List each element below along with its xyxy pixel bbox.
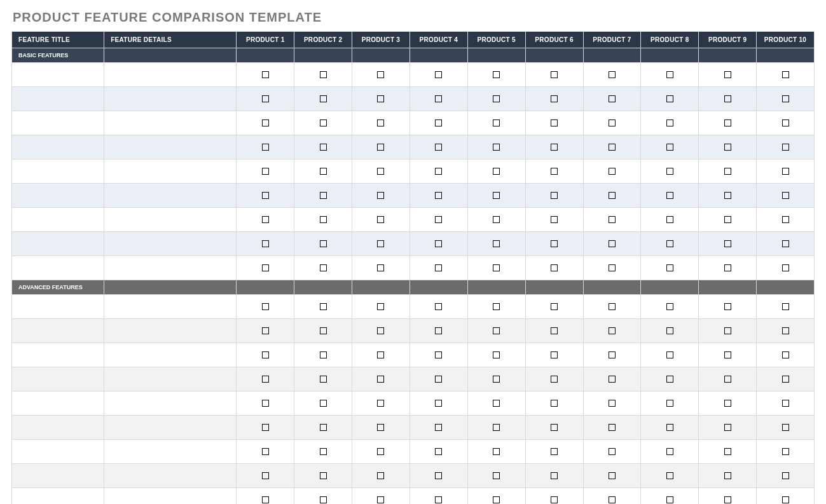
- checkbox-icon[interactable]: [320, 424, 327, 431]
- checkbox-icon[interactable]: [551, 303, 558, 310]
- checkbox-icon[interactable]: [377, 351, 384, 358]
- checkbox-icon[interactable]: [609, 327, 616, 334]
- checkbox-icon[interactable]: [377, 216, 384, 223]
- checkbox-icon[interactable]: [724, 351, 731, 358]
- checkbox-icon[interactable]: [493, 448, 500, 455]
- cell-product-5[interactable]: [467, 63, 525, 87]
- checkbox-icon[interactable]: [320, 168, 327, 175]
- cell-product-3[interactable]: [352, 319, 410, 343]
- checkbox-icon[interactable]: [666, 264, 673, 271]
- checkbox-icon[interactable]: [435, 168, 442, 175]
- checkbox-icon[interactable]: [377, 376, 384, 383]
- cell-product-5[interactable]: [467, 256, 525, 280]
- checkbox-icon[interactable]: [609, 472, 616, 479]
- cell-product-8[interactable]: [641, 440, 699, 464]
- cell-product-2[interactable]: [294, 464, 352, 488]
- checkbox-icon[interactable]: [609, 168, 616, 175]
- checkbox-icon[interactable]: [435, 240, 442, 247]
- cell-product-2[interactable]: [294, 160, 352, 184]
- checkbox-icon[interactable]: [782, 264, 789, 271]
- checkbox-icon[interactable]: [262, 144, 269, 151]
- checkbox-icon[interactable]: [320, 448, 327, 455]
- cell-feature-title[interactable]: [12, 111, 104, 135]
- checkbox-icon[interactable]: [609, 144, 616, 151]
- checkbox-icon[interactable]: [262, 216, 269, 223]
- cell-product-2[interactable]: [294, 135, 352, 160]
- cell-product-3[interactable]: [352, 135, 410, 160]
- cell-product-8[interactable]: [641, 392, 699, 416]
- cell-product-10[interactable]: [757, 87, 815, 111]
- cell-product-1[interactable]: [237, 184, 294, 208]
- cell-product-9[interactable]: [699, 135, 757, 160]
- cell-product-2[interactable]: [294, 343, 352, 367]
- cell-product-5[interactable]: [467, 440, 525, 464]
- checkbox-icon[interactable]: [320, 376, 327, 383]
- checkbox-icon[interactable]: [724, 144, 731, 151]
- checkbox-icon[interactable]: [377, 472, 384, 479]
- cell-product-6[interactable]: [525, 87, 583, 111]
- cell-product-6[interactable]: [525, 111, 583, 135]
- cell-product-9[interactable]: [699, 208, 757, 232]
- checkbox-icon[interactable]: [493, 496, 500, 503]
- checkbox-icon[interactable]: [782, 303, 789, 310]
- checkbox-icon[interactable]: [320, 216, 327, 223]
- cell-product-7[interactable]: [583, 319, 641, 343]
- cell-product-9[interactable]: [699, 440, 757, 464]
- cell-product-6[interactable]: [525, 232, 583, 256]
- checkbox-icon[interactable]: [724, 472, 731, 479]
- checkbox-icon[interactable]: [551, 424, 558, 431]
- cell-product-2[interactable]: [294, 416, 352, 440]
- checkbox-icon[interactable]: [435, 119, 442, 126]
- cell-product-9[interactable]: [699, 184, 757, 208]
- checkbox-icon[interactable]: [724, 168, 731, 175]
- cell-product-10[interactable]: [757, 232, 815, 256]
- cell-product-8[interactable]: [641, 160, 699, 184]
- cell-product-6[interactable]: [525, 208, 583, 232]
- cell-product-7[interactable]: [583, 256, 641, 280]
- cell-product-9[interactable]: [699, 256, 757, 280]
- checkbox-icon[interactable]: [377, 496, 384, 503]
- cell-product-1[interactable]: [237, 160, 294, 184]
- cell-feature-title[interactable]: [12, 160, 104, 184]
- checkbox-icon[interactable]: [435, 472, 442, 479]
- cell-product-9[interactable]: [699, 367, 757, 392]
- checkbox-icon[interactable]: [551, 95, 558, 102]
- cell-product-6[interactable]: [525, 343, 583, 367]
- checkbox-icon[interactable]: [377, 400, 384, 407]
- cell-product-1[interactable]: [237, 343, 294, 367]
- checkbox-icon[interactable]: [782, 71, 789, 78]
- cell-product-7[interactable]: [583, 135, 641, 160]
- cell-product-7[interactable]: [583, 440, 641, 464]
- cell-product-10[interactable]: [757, 160, 815, 184]
- checkbox-icon[interactable]: [435, 216, 442, 223]
- cell-product-10[interactable]: [757, 63, 815, 87]
- cell-feature-title[interactable]: [12, 208, 104, 232]
- checkbox-icon[interactable]: [262, 327, 269, 334]
- cell-product-3[interactable]: [352, 295, 410, 319]
- cell-feature-title[interactable]: [12, 184, 104, 208]
- checkbox-icon[interactable]: [666, 192, 673, 199]
- cell-feature-details[interactable]: [104, 367, 237, 392]
- cell-feature-details[interactable]: [104, 319, 237, 343]
- checkbox-icon[interactable]: [551, 376, 558, 383]
- checkbox-icon[interactable]: [666, 472, 673, 479]
- cell-product-8[interactable]: [641, 208, 699, 232]
- cell-product-6[interactable]: [525, 440, 583, 464]
- cell-product-1[interactable]: [237, 256, 294, 280]
- checkbox-icon[interactable]: [262, 192, 269, 199]
- checkbox-icon[interactable]: [782, 240, 789, 247]
- checkbox-icon[interactable]: [551, 144, 558, 151]
- checkbox-icon[interactable]: [724, 448, 731, 455]
- cell-product-6[interactable]: [525, 392, 583, 416]
- cell-product-3[interactable]: [352, 111, 410, 135]
- checkbox-icon[interactable]: [782, 424, 789, 431]
- cell-product-4[interactable]: [410, 87, 467, 111]
- cell-product-10[interactable]: [757, 440, 815, 464]
- checkbox-icon[interactable]: [666, 240, 673, 247]
- checkbox-icon[interactable]: [320, 192, 327, 199]
- cell-product-2[interactable]: [294, 87, 352, 111]
- cell-product-2[interactable]: [294, 232, 352, 256]
- checkbox-icon[interactable]: [493, 192, 500, 199]
- checkbox-icon[interactable]: [262, 95, 269, 102]
- cell-product-7[interactable]: [583, 343, 641, 367]
